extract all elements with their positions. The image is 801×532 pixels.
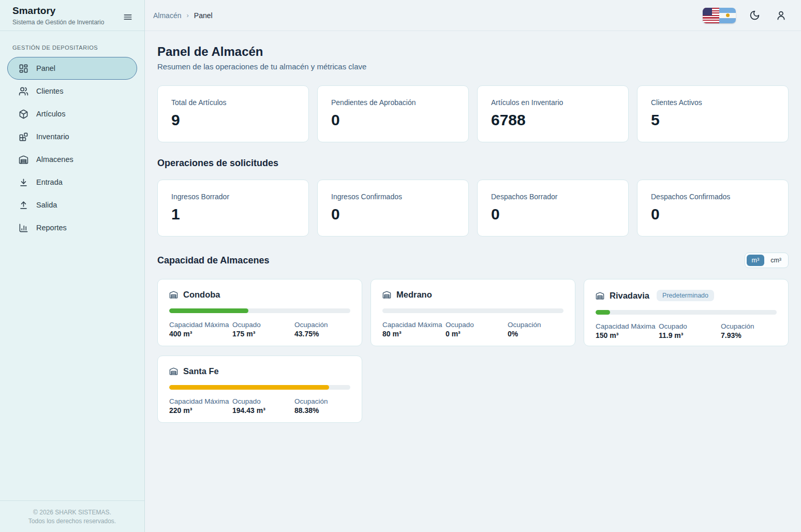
- occupied-value: 0 m³: [446, 330, 508, 338]
- sidebar-item-label: Reportes: [36, 224, 67, 232]
- max-capacity-value: 80 m³: [382, 330, 446, 338]
- sidebar-item-salida[interactable]: Salida: [7, 194, 137, 216]
- warehouse-head: Rivadavia Predeterminado: [596, 290, 777, 301]
- occupancy-value: 88.38%: [294, 406, 350, 415]
- sidebar-item-inventario[interactable]: Inventario: [7, 125, 137, 148]
- stat-label: Total de Artículos: [171, 98, 295, 107]
- stat-card-ingresos-borrador: Ingresos Borrador 1: [157, 180, 309, 237]
- sidebar-item-entrada[interactable]: Entrada: [7, 171, 137, 194]
- stat-value: 6788: [491, 111, 615, 129]
- package-icon: [19, 109, 28, 119]
- hamburger-icon: [123, 12, 133, 22]
- stat-label: Despachos Confirmados: [651, 193, 775, 201]
- warehouse-icon: [169, 367, 178, 376]
- stat-card-clientes-activos: Clientes Activos 5: [637, 85, 789, 142]
- stat-card-articulos-inventario: Artículos en Inventario 6788: [477, 85, 629, 142]
- stat-label: Artículos en Inventario: [491, 98, 615, 107]
- capacity-progress-fill: [169, 385, 329, 390]
- max-capacity-label: Capacidad Máxima: [169, 321, 232, 329]
- warehouse-icon: [19, 155, 28, 165]
- max-capacity-label: Capacidad Máxima: [169, 397, 232, 405]
- sidebar-item-label: Entrada: [36, 178, 63, 186]
- moon-icon: [749, 10, 760, 21]
- sidebar-item-label: Almacenes: [36, 155, 73, 164]
- sidebar-item-label: Salida: [36, 201, 57, 209]
- warehouse-card-medrano: Medrano Capacidad Máxima 80 m³ Ocupado 0…: [370, 279, 575, 346]
- occupancy-value: 0%: [508, 330, 563, 338]
- breadcrumb: Almacén › Panel: [153, 11, 213, 20]
- capacity-progress-fill: [596, 310, 610, 315]
- stat-label: Despachos Borrador: [491, 193, 615, 201]
- max-capacity-label: Capacidad Máxima: [382, 321, 446, 329]
- max-capacity-value: 400 m³: [169, 330, 232, 338]
- occupied-label: Ocupado: [446, 321, 508, 329]
- warehouse-card-rivadavia: Rivadavia Predeterminado Capacidad Máxim…: [584, 279, 789, 346]
- stats-grid: Total de Artículos 9 Pendientes de Aprob…: [157, 85, 789, 142]
- sidebar-item-label: Panel: [36, 64, 55, 72]
- user-icon: [776, 10, 787, 21]
- blocks-icon: [19, 132, 28, 142]
- chevron-right-icon: ›: [186, 11, 188, 19]
- sidebar-item-articulos[interactable]: Artículos: [7, 102, 137, 125]
- download-icon: [19, 178, 28, 187]
- page-title: Panel de Almacén: [157, 45, 789, 59]
- stat-label: Pendientes de Aprobación: [331, 98, 455, 107]
- occupancy-label: Ocupación: [508, 321, 563, 329]
- sidebar-item-panel[interactable]: Panel: [7, 57, 137, 80]
- stat-value: 5: [651, 111, 775, 129]
- stat-value: 0: [651, 205, 775, 223]
- capacity-progress-track: [596, 310, 777, 315]
- user-menu-button[interactable]: [774, 8, 789, 23]
- warehouse-card-condoba: Condoba Capacidad Máxima 400 m³ Ocupado …: [157, 279, 362, 346]
- occupancy-label: Ocupación: [294, 397, 350, 405]
- warehouse-head: Condoba: [169, 290, 350, 300]
- sidebar-item-label: Artículos: [36, 110, 65, 118]
- unit-cm3-button[interactable]: cm³: [765, 255, 787, 266]
- occupancy-label: Ocupación: [294, 321, 350, 329]
- stat-card-despachos-borrador: Despachos Borrador 0: [477, 180, 629, 237]
- sidebar-item-label: Inventario: [36, 132, 69, 141]
- stat-card-pendientes-aprobacion: Pendientes de Aprobación 0: [317, 85, 469, 142]
- language-toggle-button[interactable]: [703, 8, 736, 23]
- occupied-label: Ocupado: [232, 321, 294, 329]
- breadcrumb-parent[interactable]: Almacén: [153, 11, 181, 20]
- warehouse-card-santa-fe: Santa Fe Capacidad Máxima 220 m³ Ocupado…: [157, 356, 362, 423]
- warehouse-stats: Capacidad Máxima 220 m³ Ocupado 194.43 m…: [169, 397, 350, 415]
- stat-card-total-articulos: Total de Artículos 9: [157, 85, 309, 142]
- sidebar-item-almacenes[interactable]: Almacenes: [7, 148, 137, 171]
- topbar: Almacén › Panel: [145, 0, 801, 31]
- sidebar-nav: GESTIÓN DE DEPOSITARIOS Panel Clientes A…: [0, 31, 144, 500]
- users-icon: [19, 86, 28, 96]
- app-name: Smartory: [12, 5, 104, 18]
- max-capacity-label: Capacidad Máxima: [596, 322, 659, 330]
- upload-icon: [19, 200, 28, 210]
- occupancy-value: 7.93%: [721, 331, 777, 339]
- sidebar-item-label: Clientes: [36, 87, 63, 95]
- stat-value: 9: [171, 111, 295, 129]
- warehouse-grid: Condoba Capacidad Máxima 400 m³ Ocupado …: [157, 279, 789, 423]
- sidebar-item-reportes[interactable]: Reportes: [7, 216, 137, 239]
- warehouse-name: Condoba: [183, 290, 220, 300]
- max-capacity-value: 220 m³: [169, 406, 232, 415]
- capacity-heading: Capacidad de Almacenes: [157, 255, 269, 266]
- occupied-label: Ocupado: [232, 397, 294, 405]
- argentina-flag-icon: [719, 8, 736, 23]
- capacity-progress-track: [382, 308, 563, 313]
- bar-chart-icon: [19, 223, 28, 233]
- warehouse-icon: [596, 291, 604, 300]
- stat-label: Ingresos Borrador: [171, 193, 295, 201]
- sidebar-header: Smartory Sistema de Gestión de Inventari…: [0, 0, 144, 31]
- capacity-progress-track: [169, 385, 350, 390]
- stat-card-ingresos-confirmados: Ingresos Confirmados 0: [317, 180, 469, 237]
- sidebar-collapse-button[interactable]: [120, 9, 136, 25]
- sidebar: Smartory Sistema de Gestión de Inventari…: [0, 0, 145, 532]
- warehouse-name: Medrano: [396, 290, 432, 300]
- unit-m3-button[interactable]: m³: [747, 255, 765, 266]
- sidebar-item-clientes[interactable]: Clientes: [7, 80, 137, 102]
- us-flag-icon: [703, 8, 719, 23]
- dark-mode-button[interactable]: [747, 8, 762, 23]
- topbar-actions: [703, 8, 789, 23]
- occupancy-label: Ocupación: [721, 322, 777, 330]
- content: Panel de Almacén Resumen de las operacio…: [145, 31, 801, 532]
- capacity-progress-track: [169, 308, 350, 313]
